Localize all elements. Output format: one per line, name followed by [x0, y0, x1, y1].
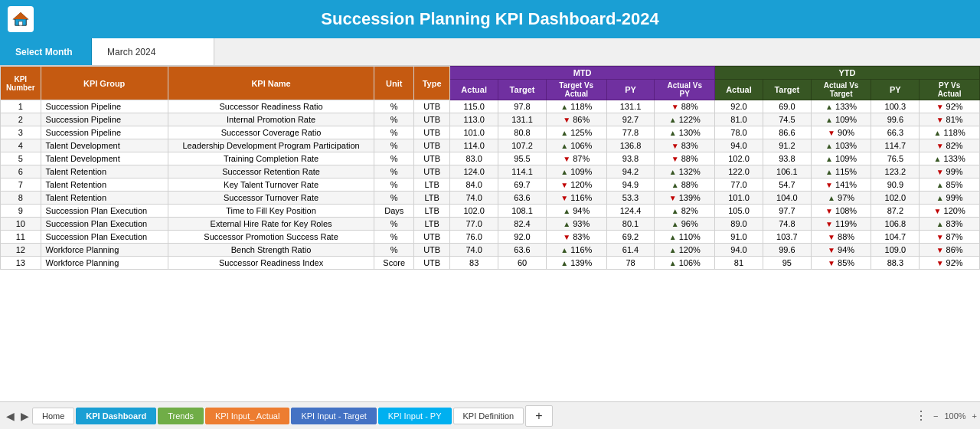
- cell-kpi-num: 7: [1, 178, 41, 192]
- col-mtd-target: Target: [498, 80, 547, 100]
- home-icon[interactable]: [8, 6, 34, 32]
- cell-ytd-actual: 81: [715, 257, 763, 270]
- cell-ytd-actual: 94.0: [715, 244, 763, 257]
- cell-mtd-actual: 115.0: [450, 100, 498, 113]
- tab-home[interactable]: Home: [32, 408, 74, 424]
- cell-unit: %: [374, 218, 414, 231]
- col-header-unit: Unit: [374, 67, 414, 100]
- zoom-plus[interactable]: +: [972, 411, 977, 421]
- cell-kpi-num: 5: [1, 152, 41, 165]
- cell-type: UTB: [414, 152, 450, 165]
- cell-mtd-apy: ▲ 120%: [655, 244, 715, 257]
- cell-ytd-pyva: ▼ 82%: [920, 139, 980, 152]
- table-row: 9 Succession Plan Execution Time to Fill…: [1, 205, 980, 218]
- cell-kpi-name: Time to Fill Key Position: [168, 205, 374, 218]
- cell-mtd-tva: ▲ 93%: [546, 218, 606, 231]
- cell-ytd-py: 90.9: [871, 178, 920, 192]
- tab-add-tab[interactable]: +: [525, 405, 552, 427]
- cell-mtd-apy: ▼ 83%: [655, 139, 715, 152]
- cell-ytd-target: 93.8: [763, 152, 811, 165]
- cell-mtd-actual: 114.0: [450, 139, 498, 152]
- cell-kpi-name: Successor Promotion Success Rate: [168, 231, 374, 244]
- col-header-type: Type: [414, 67, 450, 100]
- cell-ytd-target: 74.8: [763, 218, 811, 231]
- cell-mtd-target: 60: [498, 257, 547, 270]
- tab-kpi-input-py[interactable]: KPI Input - PY: [378, 408, 452, 424]
- select-month-label: Select Month: [0, 38, 92, 65]
- cell-ytd-py: 102.0: [871, 192, 920, 205]
- zoom-minus[interactable]: −: [933, 411, 938, 421]
- footer-menu-icon[interactable]: ⋮: [915, 408, 927, 423]
- cell-unit: %: [374, 139, 414, 152]
- cell-type: UTB: [414, 244, 450, 257]
- selected-month[interactable]: March 2024: [92, 38, 214, 65]
- cell-mtd-py: 136.8: [606, 139, 655, 152]
- tab-trends[interactable]: Trends: [158, 408, 204, 424]
- cell-mtd-py: 61.4: [606, 244, 655, 257]
- cell-unit: %: [374, 152, 414, 165]
- col-header-ytd: YTD: [715, 67, 980, 80]
- cell-kpi-group: Succession Pipeline: [41, 126, 168, 139]
- cell-ytd-actual: 101.0: [715, 192, 763, 205]
- table-row: 2 Succession Pipeline Internal Promotion…: [1, 113, 980, 126]
- tab-nav-next[interactable]: ▶: [18, 410, 32, 422]
- cell-mtd-target: 97.8: [498, 100, 547, 113]
- col-header-kpi-number: KPINumber: [1, 67, 41, 100]
- cell-unit: %: [374, 192, 414, 205]
- tab-kpi-input-target[interactable]: KPI Input - Target: [291, 408, 376, 424]
- cell-ytd-target: 54.7: [763, 178, 811, 192]
- cell-unit: %: [374, 113, 414, 126]
- cell-ytd-avt: ▲ 115%: [811, 165, 871, 178]
- cell-kpi-num: 9: [1, 205, 41, 218]
- cell-mtd-apy: ▲ 122%: [655, 113, 715, 126]
- tab-kpi-dashboard[interactable]: KPI Dashboard: [76, 408, 156, 424]
- cell-kpi-name: Successor Readiness Index: [168, 257, 374, 270]
- cell-ytd-avt: ▼ 141%: [811, 178, 871, 192]
- cell-unit: %: [374, 165, 414, 178]
- table-row: 1 Succession Pipeline Successor Readines…: [1, 100, 980, 113]
- cell-ytd-target: 106.1: [763, 165, 811, 178]
- cell-type: LTB: [414, 218, 450, 231]
- cell-type: LTB: [414, 178, 450, 192]
- tab-nav-prev[interactable]: ◀: [3, 410, 18, 422]
- cell-mtd-target: 92.0: [498, 231, 547, 244]
- cell-ytd-pyva: ▼ 92%: [920, 100, 980, 113]
- cell-mtd-target: 107.2: [498, 139, 547, 152]
- cell-kpi-num: 11: [1, 231, 41, 244]
- tab-kpi-input-actual[interactable]: KPI Input_ Actual: [205, 408, 289, 424]
- col-header-kpi-name: KPI Name: [168, 67, 374, 100]
- cell-mtd-tva: ▼ 86%: [546, 113, 606, 126]
- cell-ytd-actual: 102.0: [715, 152, 763, 165]
- cell-mtd-actual: 124.0: [450, 165, 498, 178]
- cell-mtd-target: 80.8: [498, 126, 547, 139]
- cell-type: UTB: [414, 139, 450, 152]
- cell-kpi-group: Workforce Planning: [41, 257, 168, 270]
- cell-mtd-target: 63.6: [498, 244, 547, 257]
- cell-mtd-py: 92.7: [606, 113, 655, 126]
- cell-type: UTB: [414, 100, 450, 113]
- cell-mtd-apy: ▲ 110%: [655, 231, 715, 244]
- page-title: Succession Planning KPI Dashboard-2024: [321, 9, 658, 29]
- cell-mtd-actual: 84.0: [450, 178, 498, 192]
- cell-type: UTB: [414, 165, 450, 178]
- cell-mtd-tva: ▲ 109%: [546, 165, 606, 178]
- cell-type: LTB: [414, 192, 450, 205]
- table-row: 12 Workforce Planning Bench Strength Rat…: [1, 244, 980, 257]
- col-ytd-avt: Actual VsTarget: [811, 80, 871, 100]
- col-ytd-target: Target: [763, 80, 811, 100]
- cell-ytd-pyva: ▼ 120%: [920, 205, 980, 218]
- cell-ytd-pyva: ▼ 81%: [920, 113, 980, 126]
- cell-unit: Days: [374, 205, 414, 218]
- tab-kpi-definition[interactable]: KPI Definition: [453, 408, 524, 424]
- cell-kpi-group: Succession Pipeline: [41, 113, 168, 126]
- cell-type: UTB: [414, 257, 450, 270]
- cell-ytd-pyva: ▼ 99%: [920, 165, 980, 178]
- cell-ytd-pyva: ▲ 83%: [920, 218, 980, 231]
- cell-ytd-pyva: ▲ 85%: [920, 178, 980, 192]
- cell-type: LTB: [414, 205, 450, 218]
- cell-kpi-num: 10: [1, 218, 41, 231]
- cell-mtd-py: 94.9: [606, 178, 655, 192]
- cell-ytd-py: 88.3: [871, 257, 920, 270]
- cell-mtd-apy: ▲ 106%: [655, 257, 715, 270]
- col-header-kpi-group: KPI Group: [41, 67, 168, 100]
